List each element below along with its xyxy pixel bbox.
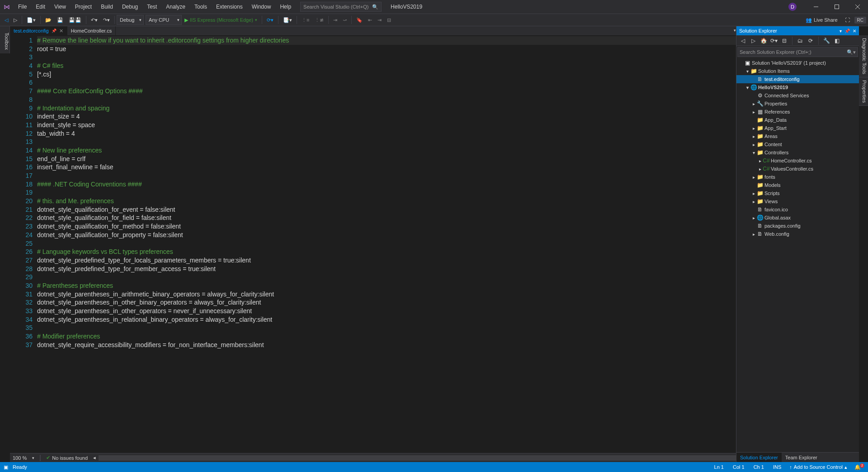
menu-build[interactable]: Build (96, 0, 118, 14)
bookmark-clear-button[interactable]: ⊟ (384, 15, 394, 25)
code-line[interactable]: [*.cs] (37, 70, 745, 79)
code-line[interactable]: end_of_line = crlf (37, 155, 745, 163)
source-control-button[interactable]: ↑ Add to Source Control ▴ (786, 464, 851, 470)
find-in-files-button[interactable]: 📑▾ (280, 15, 295, 25)
se-refresh-button[interactable]: ⟳ (806, 36, 815, 45)
quick-launch-search[interactable]: Search Visual Studio (Ctrl+Q) 🔍 (300, 2, 382, 12)
code-line[interactable] (37, 239, 745, 248)
code-line[interactable]: insert_final_newline = false (37, 163, 745, 172)
zoom-level[interactable]: 100 % (13, 455, 27, 461)
open-file-button[interactable]: 📂 (42, 15, 54, 25)
menu-project[interactable]: Project (71, 0, 96, 14)
code-line[interactable]: dotnet_style_parentheses_in_relational_b… (37, 315, 745, 324)
zoom-caret-icon[interactable]: ▾ (32, 456, 34, 460)
se-properties-button[interactable]: 🔧 (822, 36, 831, 45)
tree-row[interactable]: 🗎favicon.ico (736, 205, 859, 214)
tree-row[interactable]: ▸📁Views (736, 197, 859, 205)
se-back-button[interactable]: ◁ (738, 36, 747, 45)
tree-row[interactable]: ▸📁App_Start (736, 124, 859, 132)
tree-expand-icon[interactable]: ▾ (745, 85, 750, 90)
tree-row[interactable]: 🗎test.editorconfig (736, 75, 859, 83)
save-button[interactable]: 💾 (54, 15, 66, 25)
code-line[interactable]: dotnet_style_qualification_for_property … (37, 231, 745, 239)
code-line[interactable] (37, 172, 745, 180)
code-line[interactable] (37, 78, 745, 87)
tree-expand-icon[interactable]: ▸ (751, 199, 756, 204)
config-dropdown[interactable]: Debug (117, 15, 144, 25)
tab-solution-explorer[interactable]: Solution Explorer (736, 453, 782, 462)
menu-file[interactable]: File (14, 0, 31, 14)
tree-expand-icon[interactable]: ▸ (751, 232, 756, 237)
tab-properties[interactable]: Properties (859, 77, 868, 106)
undo-button[interactable]: ↶▾ (88, 15, 100, 25)
code-line[interactable]: dotnet_style_qualification_for_field = f… (37, 214, 745, 222)
user-avatar[interactable]: D (788, 3, 797, 11)
tree-row[interactable]: 🗎packages.config (736, 222, 859, 230)
tree-row[interactable]: ▸🗎Web.config (736, 230, 859, 238)
tree-expand-icon[interactable]: ▸ (757, 167, 763, 172)
panel-dropdown-icon[interactable]: ▾ (840, 29, 842, 33)
tree-expand-icon[interactable]: ▸ (751, 191, 756, 196)
menu-analyze[interactable]: Analyze (161, 0, 190, 14)
code-line[interactable] (37, 53, 745, 62)
notifications-button[interactable]: 🔔 2 (851, 464, 864, 470)
tree-expand-icon[interactable]: ▸ (751, 110, 756, 114)
tree-row[interactable]: ▸🔧Properties (736, 100, 859, 108)
menu-help[interactable]: Help (275, 0, 296, 14)
solution-explorer-search[interactable]: Search Solution Explorer (Ctrl+;) 🔍▾ (737, 47, 858, 57)
uncomment-button[interactable]: ⋮≢ (312, 15, 326, 25)
tree-expand-icon[interactable]: ▾ (751, 150, 756, 155)
tree-row[interactable]: ▸📁fonts (736, 173, 859, 181)
document-tab[interactable]: test.editorconfig📌✕ (10, 26, 67, 35)
minimize-button[interactable] (806, 0, 826, 14)
tab-team-explorer[interactable]: Team Explorer (782, 453, 821, 462)
browser-refresh-button[interactable]: ⟳▾ (264, 15, 276, 25)
bookmark-prev-button[interactable]: ⇤ (365, 15, 375, 25)
code-editor[interactable]: 1234567891011121314151617181920212223242… (10, 35, 745, 453)
code-line[interactable] (37, 138, 745, 146)
code-line[interactable]: # Parentheses preferences (37, 281, 745, 290)
tree-row[interactable]: ▾🌐HelloVS2019 (736, 83, 859, 91)
pin-icon[interactable]: 📌 (52, 29, 57, 33)
maximize-button[interactable] (826, 0, 847, 14)
tree-row[interactable]: ▸📁Areas (736, 132, 859, 140)
toolbox-tab[interactable]: Toolbox (0, 26, 10, 53)
bookmark-button[interactable]: 🔖 (354, 15, 365, 25)
tree-expand-icon[interactable]: ▸ (751, 175, 756, 180)
se-preview-button[interactable]: ◧ (832, 36, 841, 45)
step-into-icon[interactable]: ⇥ (330, 15, 340, 25)
panel-close-icon[interactable]: ✕ (853, 29, 856, 33)
tree-expand-icon[interactable]: ▾ (745, 69, 750, 74)
horizontal-scrollbar[interactable] (99, 455, 737, 461)
code-line[interactable]: dotnet_style_parentheses_in_other_binary… (37, 298, 745, 307)
tree-row[interactable]: ▸▦References (736, 108, 859, 116)
tree-expand-icon[interactable]: ▸ (751, 101, 756, 106)
save-all-button[interactable]: 💾💾 (66, 15, 84, 25)
tree-expand-icon[interactable]: ▸ (751, 126, 756, 131)
code-line[interactable]: dotnet_style_qualification_for_method = … (37, 222, 745, 231)
status-ch[interactable]: Ch 1 (749, 464, 769, 470)
step-over-icon[interactable]: ⤻ (340, 15, 349, 25)
menu-test[interactable]: Test (142, 0, 161, 14)
tree-expand-icon[interactable]: ▸ (751, 142, 756, 147)
code-line[interactable]: indent_size = 4 (37, 112, 745, 121)
code-line[interactable]: dotnet_style_qualification_for_event = f… (37, 205, 745, 214)
tree-row[interactable]: 📁App_Data (736, 116, 859, 124)
hscroll-left-icon[interactable]: ◂ (93, 455, 96, 461)
comment-out-button[interactable]: ⋮≡ (299, 15, 312, 25)
code-area[interactable]: # Remove the line below if you want to i… (37, 35, 745, 453)
code-line[interactable] (37, 188, 745, 197)
code-line[interactable]: # this. and Me. preferences (37, 197, 745, 205)
code-line[interactable]: #### .NET Coding Conventions #### (37, 180, 745, 189)
solution-tree[interactable]: ▣Solution 'HelloVS2019' (1 project)▾📁Sol… (736, 58, 859, 452)
tree-expand-icon[interactable]: ▸ (751, 134, 756, 139)
menu-edit[interactable]: Edit (31, 0, 50, 14)
new-project-button[interactable]: 📄▾ (24, 15, 38, 25)
code-line[interactable]: #### Core EditorConfig Options #### (37, 87, 745, 95)
tree-row[interactable]: ▣Solution 'HelloVS2019' (1 project) (736, 59, 859, 67)
start-debug-button[interactable]: ▶ IIS Express (Microsoft Edge) ▾ (182, 15, 260, 25)
bookmark-next-button[interactable]: ⇥ (375, 15, 384, 25)
menu-debug[interactable]: Debug (118, 0, 142, 14)
tree-row[interactable]: ▾📁Solution Items (736, 67, 859, 75)
code-line[interactable]: # Language keywords vs BCL types prefere… (37, 248, 745, 256)
